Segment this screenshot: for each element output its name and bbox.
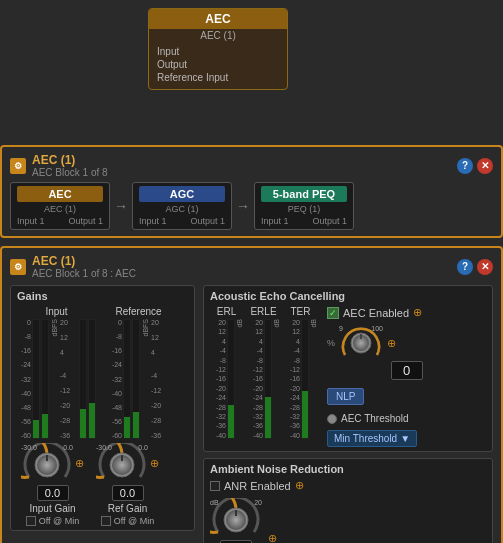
anr-knob-max: 20 xyxy=(254,499,262,506)
min-threshold-label: Min Threshold xyxy=(334,433,397,444)
pct-value-box[interactable]: 0 xyxy=(391,361,423,380)
block-peq-ports: Input 1 Output 1 xyxy=(261,216,347,226)
input-scale: 0-8-16-24-32-40-48-56-60 xyxy=(17,319,31,439)
ref-knob-wrap: -30.0 0.0 xyxy=(96,443,148,483)
anr-reduction-link[interactable]: ⊕ xyxy=(268,532,277,543)
port-in: Input 1 xyxy=(261,216,289,226)
erle-bp: dB xyxy=(273,319,280,328)
erl-label: ERL xyxy=(210,306,243,317)
ter-meter xyxy=(301,319,309,439)
arrow-2: → xyxy=(232,198,254,214)
anr-enabled-label: ANR Enabled xyxy=(224,480,291,492)
port-in: Input 1 xyxy=(139,216,167,226)
input-meter-group: Input 0-8-16-24-32-40-48-56-60 dB xyxy=(17,306,96,439)
anr-enabled-checkbox[interactable] xyxy=(210,481,220,491)
erl-group: ERL 20124-4-8-12-16-20-24-28-32-36-40 dB xyxy=(210,306,243,439)
aec-threshold-radio[interactable] xyxy=(327,414,337,424)
dbfs-label-ref: dBFS xyxy=(142,319,149,337)
port-output: Output xyxy=(157,58,279,71)
anr-link[interactable]: ⊕ xyxy=(295,479,304,492)
erl-bp: dB xyxy=(236,319,243,328)
anr-enabled-row: ANR Enabled ⊕ xyxy=(210,479,486,492)
input-knob-wrap: -30.0 0.0 xyxy=(21,443,73,483)
block-peq[interactable]: 5-band PEQ PEQ (1) Input 1 Output 1 xyxy=(254,182,354,230)
chain-subtitle: AEC Block 1 of 8 xyxy=(32,167,108,178)
erl-meter xyxy=(227,319,235,439)
min-threshold-dropdown[interactable]: Min Threshold ▼ xyxy=(327,430,417,447)
ref-knob-min: -30.0 xyxy=(96,444,112,451)
ter-scale: 20124-4-8-12-16-20-24-28-32-36-40 xyxy=(284,319,300,439)
aec-enabled-checkbox[interactable] xyxy=(327,307,339,319)
aec-header: ⚙ AEC (1) AEC Block 1 of 8 : AEC ? ✕ xyxy=(10,254,493,279)
ref-off-min-row: Off @ Min xyxy=(101,516,154,526)
block-peq-sub: PEQ (1) xyxy=(261,204,347,214)
help-icon-aec[interactable]: ? xyxy=(457,259,473,275)
arrow-1: → xyxy=(110,198,132,214)
chain-blocks: AEC AEC (1) Input 1 Output 1 → AGC AGC (… xyxy=(10,182,493,230)
block-agc-title: AGC xyxy=(139,186,225,202)
pct-link[interactable]: ⊕ xyxy=(387,337,396,350)
pct-max: 100 xyxy=(371,325,383,332)
close-icon-aec[interactable]: ✕ xyxy=(477,259,493,275)
port-input: Input xyxy=(157,45,279,58)
ref-knob-max: 0.0 xyxy=(138,444,148,451)
nlp-button[interactable]: NLP xyxy=(327,388,364,405)
input-meter-ref2 xyxy=(88,319,96,439)
chain-title: AEC (1) xyxy=(32,153,108,167)
help-icon[interactable]: ? xyxy=(457,158,473,174)
aec-section-title: Acoustic Echo Cancelling xyxy=(210,290,486,302)
block-aec-sub: AEC (1) xyxy=(17,204,103,214)
block-aec-ports: Input 1 Output 1 xyxy=(17,216,103,226)
aec-threshold-row: AEC Threshold xyxy=(327,413,486,424)
aec-popup: AEC AEC (1) Input Output Reference Input xyxy=(148,8,288,90)
erle-scale: 20124-4-8-12-16-20-24-28-32-36-40 xyxy=(247,319,263,439)
input-label: Input xyxy=(17,306,96,317)
min-threshold-row: Min Threshold ▼ xyxy=(327,430,486,447)
block-peq-title: 5-band PEQ xyxy=(261,186,347,202)
input-meter-l xyxy=(32,319,40,439)
aec-panel-title: AEC (1) xyxy=(32,254,136,268)
chain-icon: ⚙ xyxy=(10,158,26,174)
port-out: Output 1 xyxy=(312,216,347,226)
anr-knob-row: dB 20 0 Reduction ⊕ xyxy=(210,498,486,543)
aec-threshold-label: AEC Threshold xyxy=(341,413,409,424)
block-aec[interactable]: AEC AEC (1) Input 1 Output 1 xyxy=(10,182,110,230)
pct-value-row: 0 xyxy=(327,361,486,380)
port-out: Output 1 xyxy=(68,216,103,226)
input-gain-group: -30.0 0.0 ⊕ 0.0 Input Gain Off @ Min xyxy=(21,443,84,526)
gains-title: Gains xyxy=(17,290,188,302)
port-in: Input 1 xyxy=(17,216,45,226)
anr-knob-group: dB 20 0 Reduction xyxy=(210,498,262,543)
input-knob-max: 0.0 xyxy=(63,444,73,451)
ref-knob-container: -30.0 0.0 ⊕ xyxy=(96,443,159,483)
ter-bp: dB xyxy=(310,319,317,328)
ref-meter-l xyxy=(123,319,131,439)
input-meter-r xyxy=(41,319,49,439)
ref-gain-group: -30.0 0.0 ⊕ 0.0 Ref Gain Off @ Min xyxy=(96,443,159,526)
gains-col: Gains Input 0-8-16-24-32-40-48-56-60 xyxy=(10,285,195,543)
block-agc-sub: AGC (1) xyxy=(139,204,225,214)
ref-off-min-checkbox[interactable] xyxy=(101,516,111,526)
anr-title: Ambient Noise Reduction xyxy=(210,463,486,475)
input-gain-value[interactable]: 0.0 xyxy=(37,485,69,501)
input-off-min-row: Off @ Min xyxy=(26,516,79,526)
anr-section: Ambient Noise Reduction ANR Enabled ⊕ xyxy=(203,458,493,543)
block-agc[interactable]: AGC AGC (1) Input 1 Output 1 xyxy=(132,182,232,230)
ref-meter-r xyxy=(132,319,140,439)
aec-meters-group: ERL 20124-4-8-12-16-20-24-28-32-36-40 dB xyxy=(210,306,317,447)
knob-section: -30.0 0.0 ⊕ 0.0 Input Gain Off @ Min xyxy=(17,443,188,526)
aec-enabled-link[interactable]: ⊕ xyxy=(413,306,422,319)
popup-title: AEC xyxy=(149,9,287,29)
block-agc-ports: Input 1 Output 1 xyxy=(139,216,225,226)
close-icon[interactable]: ✕ xyxy=(477,158,493,174)
input-knob-min: -30.0 xyxy=(21,444,37,451)
input-gain-link-icon[interactable]: ⊕ xyxy=(75,457,84,470)
anr-knob-min: dB xyxy=(210,499,219,506)
dbfs-label-input: dBFS xyxy=(51,319,58,337)
ref-gain-value[interactable]: 0.0 xyxy=(112,485,144,501)
pct-knob-wrap: 9 100 xyxy=(339,325,383,361)
port-reference: Reference Input xyxy=(157,71,279,84)
ref-gain-link-icon[interactable]: ⊕ xyxy=(150,457,159,470)
input-off-min-checkbox[interactable] xyxy=(26,516,36,526)
nlp-row: NLP xyxy=(327,388,486,405)
